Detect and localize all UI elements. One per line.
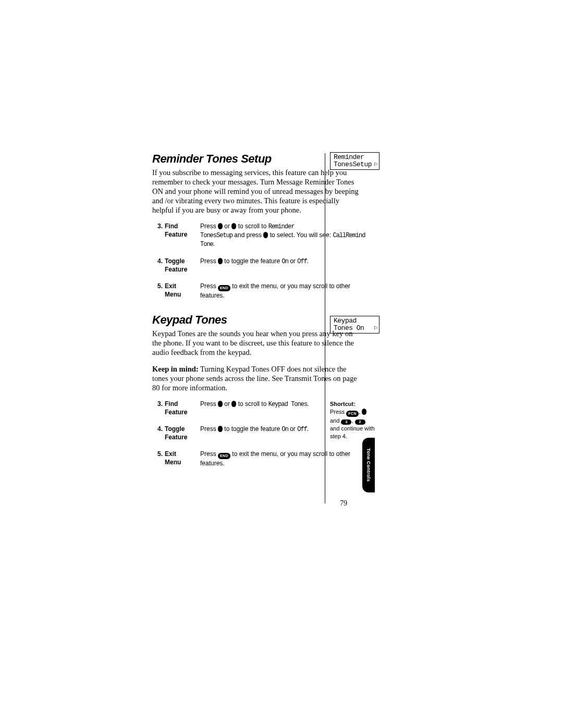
- step-label: 4.Toggle Feature: [157, 425, 200, 441]
- scroll-up-icon: [231, 223, 236, 229]
- key-2-icon: 2: [355, 419, 365, 425]
- shortcut-line: Press FCN,: [330, 408, 382, 417]
- shortcut-title: Shortcut:: [330, 400, 382, 408]
- shortcut-line: and 3, 2: [330, 417, 382, 425]
- step-label: 3.Find Feature: [157, 222, 200, 249]
- scroll-icon: [362, 409, 366, 415]
- step-label: 5.Exit Menu: [157, 450, 200, 467]
- step-label: 3.Find Feature: [157, 400, 200, 416]
- scroll-down-icon: [218, 401, 223, 407]
- end-key-icon: END: [218, 453, 230, 459]
- shortcut-box: Shortcut: Press FCN, and 3, 2 and contin…: [330, 400, 382, 440]
- select-icon: [218, 426, 223, 432]
- display-reminder-tones-setup: Reminder TonesSetup ⚐: [330, 152, 380, 170]
- key-3-icon: 3: [341, 419, 351, 425]
- select-icon: [218, 258, 223, 264]
- side-tab-label: Tone Controls: [362, 438, 375, 492]
- side-tab: Tone Controls: [362, 438, 375, 492]
- step-label: 4.Toggle Feature: [157, 257, 200, 274]
- step-description: Press END to exit the menu, or you may s…: [200, 450, 376, 467]
- sidebar: Reminder TonesSetup ⚐ Keypad Tones On ⚐ …: [330, 152, 382, 440]
- scroll-up-icon: [231, 401, 236, 407]
- bell-icon: ⚐: [374, 161, 377, 168]
- display-keypad-tones: Keypad Tones On ⚐: [330, 316, 380, 334]
- scroll-down-icon: [218, 223, 223, 229]
- step-label: 5.Exit Menu: [157, 282, 200, 300]
- end-key-icon: END: [218, 285, 230, 291]
- bell-icon: ⚐: [374, 325, 377, 332]
- fcn-key-icon: FCN: [346, 411, 359, 417]
- step-5-exit-menu: 5.Exit Menu Press END to exit the menu, …: [157, 450, 376, 467]
- page-number: 79: [340, 499, 347, 508]
